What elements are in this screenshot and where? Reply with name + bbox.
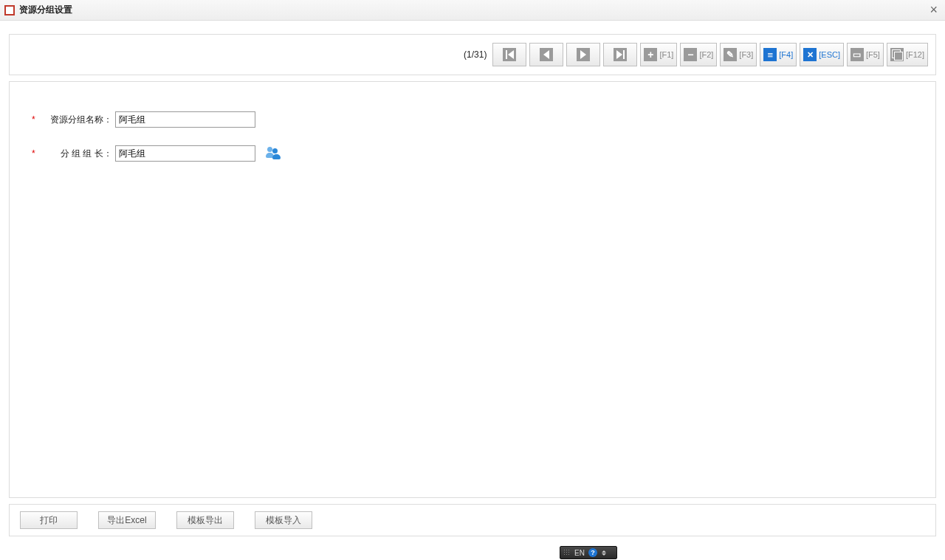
app-icon bbox=[4, 5, 15, 15]
next-icon bbox=[580, 50, 586, 59]
pencil-icon bbox=[724, 48, 737, 61]
add-button[interactable]: [F1] bbox=[640, 43, 677, 66]
remove-label: [F2] bbox=[699, 50, 713, 59]
ime-toolbar[interactable]: EN ? bbox=[560, 546, 617, 559]
add-label: [F1] bbox=[659, 50, 673, 59]
export-button[interactable]: [F12] bbox=[887, 43, 928, 66]
edit-label: [F3] bbox=[739, 50, 753, 59]
last-icon bbox=[616, 50, 625, 59]
export-icon bbox=[890, 48, 904, 61]
close-icon[interactable]: × bbox=[927, 2, 941, 18]
list-label: [F5] bbox=[866, 50, 880, 59]
first-button[interactable] bbox=[492, 43, 526, 66]
footer-panel: 打印 导出Excel 模板导出 模板导入 bbox=[9, 504, 936, 536]
cancel-icon bbox=[803, 48, 817, 61]
edit-button[interactable]: [F3] bbox=[720, 43, 757, 66]
group-name-label: 资源分组名称： bbox=[38, 114, 112, 126]
row-group-name: * 资源分组名称： bbox=[32, 111, 913, 128]
template-export-button[interactable]: 模板导出 bbox=[176, 511, 234, 529]
prev-icon bbox=[543, 50, 549, 59]
window-titlebar: 资源分组设置 × bbox=[0, 0, 945, 21]
toolbar-panel: (1/31) [F1] [F2] [F3] [F4] [ESC] [F5] [F… bbox=[9, 34, 936, 75]
group-name-input[interactable] bbox=[115, 111, 255, 128]
prev-button[interactable] bbox=[529, 43, 563, 66]
next-button[interactable] bbox=[566, 43, 600, 66]
save-icon bbox=[763, 48, 777, 61]
last-button[interactable] bbox=[603, 43, 637, 66]
required-mark: * bbox=[32, 148, 35, 159]
cancel-label: [ESC] bbox=[819, 50, 840, 59]
group-leader-label: 分 组 组 长： bbox=[38, 148, 112, 160]
export-label: [F12] bbox=[906, 50, 924, 59]
toolbar-buttons: [F1] [F2] [F3] [F4] [ESC] [F5] [F12] bbox=[492, 43, 928, 66]
minus-icon bbox=[684, 48, 697, 61]
export-excel-button[interactable]: 导出Excel bbox=[98, 511, 156, 529]
form-panel: * 资源分组名称： * 分 组 组 长： bbox=[9, 81, 936, 498]
template-import-button[interactable]: 模板导入 bbox=[255, 511, 312, 529]
ime-help-icon[interactable]: ? bbox=[588, 548, 597, 557]
list-icon bbox=[850, 48, 864, 61]
ime-grip-icon bbox=[563, 549, 571, 556]
list-button[interactable]: [F5] bbox=[847, 43, 884, 66]
plus-icon bbox=[644, 48, 657, 61]
print-button[interactable]: 打印 bbox=[20, 511, 78, 529]
window-title: 资源分组设置 bbox=[19, 4, 72, 16]
remove-button[interactable]: [F2] bbox=[680, 43, 717, 66]
ime-lang: EN bbox=[574, 549, 585, 557]
row-group-leader: * 分 组 组 长： bbox=[32, 145, 913, 162]
record-counter: (1/31) bbox=[464, 49, 487, 60]
save-button[interactable]: [F4] bbox=[760, 43, 797, 66]
ime-caret-icon[interactable] bbox=[601, 550, 607, 556]
group-leader-input[interactable] bbox=[115, 145, 255, 162]
save-label: [F4] bbox=[779, 50, 793, 59]
cancel-button[interactable]: [ESC] bbox=[800, 43, 844, 66]
required-mark: * bbox=[32, 114, 35, 125]
first-icon bbox=[506, 50, 514, 59]
people-picker-icon[interactable] bbox=[266, 147, 282, 160]
